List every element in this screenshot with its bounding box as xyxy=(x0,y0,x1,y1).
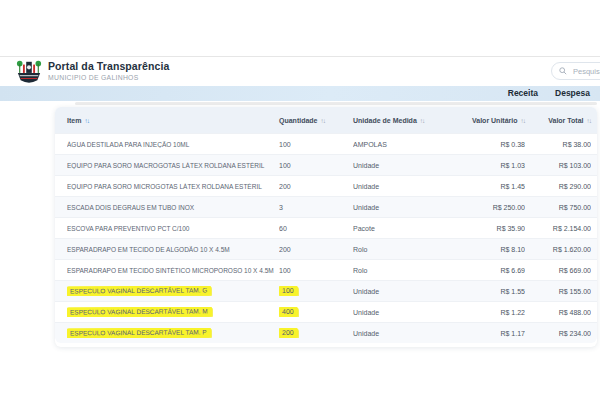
cell-valor-total: R$ 290.00 xyxy=(525,183,591,190)
horizontal-scrollbar[interactable] xyxy=(75,102,597,105)
page-subtitle: MUNICIPIO DE GALINHOS xyxy=(48,74,169,81)
cell-quantidade: 200 xyxy=(279,328,353,338)
cell-unidade: Unidade xyxy=(353,309,439,316)
cell-item: ESCOVA PARA PREVENTIVO PCT C/100 xyxy=(67,225,279,232)
sort-icon-unidade: ↑↓ xyxy=(420,117,425,124)
cell-valor-unitario: R$ 1.45 xyxy=(439,183,525,190)
cell-valor-unitario: R$ 250.00 xyxy=(439,204,525,211)
cell-valor-unitario: R$ 0.38 xyxy=(439,141,525,148)
table-row: ESCOVA PARA PREVENTIVO PCT C/100 60 Paco… xyxy=(55,217,597,238)
cell-item: EQUIPO PARA SORO MICROGOTAS LÁTEX ROLDAN… xyxy=(67,183,279,190)
cell-valor-total: R$ 234.00 xyxy=(525,330,591,337)
search-box[interactable] xyxy=(551,62,600,80)
cell-quantidade: 100 xyxy=(279,162,353,169)
cell-valor-unitario: R$ 6.69 xyxy=(439,267,525,274)
cell-valor-total: R$ 669.00 xyxy=(525,267,591,274)
cell-valor-total: R$ 155.00 xyxy=(525,288,591,295)
app-header: Portal da Transparência MUNICIPIO DE GAL… xyxy=(0,56,600,87)
table-body: ÁGUA DESTILADA PARA INJEÇÃO 10ML 100 AMP… xyxy=(55,133,597,343)
cell-item: EQUIPO PARA SORO MACROGOTAS LÁTEX ROLDAN… xyxy=(67,162,279,169)
cell-item: ESCADA DOIS DEGRAUS EM TUBO INOX xyxy=(67,204,279,211)
cell-quantidade: 200 xyxy=(279,246,353,253)
cell-unidade: Unidade xyxy=(353,330,439,337)
table-row: ESPECULO VAGINAL DESCARTÁVEL TAM. P 200 … xyxy=(55,322,597,343)
table-header-row: Item ↑↓ Quantidade ↑↓ Unidade de Medida … xyxy=(55,107,597,133)
cell-unidade: AMPOLAS xyxy=(353,141,439,148)
cell-valor-unitario: R$ 8.10 xyxy=(439,246,525,253)
cell-item: ESPECULO VAGINAL DESCARTÁVEL TAM. G xyxy=(67,286,279,296)
cell-valor-total: R$ 750.00 xyxy=(525,204,591,211)
column-header-unidade[interactable]: Unidade de Medida ↑↓ xyxy=(353,117,439,124)
cell-quantidade: 100 xyxy=(279,286,353,296)
cell-quantidade: 100 xyxy=(279,141,353,148)
page-title: Portal da Transparência xyxy=(48,60,169,72)
search-icon xyxy=(559,67,567,75)
cell-item: ESPARADRAPO EM TECIDO DE ALGODÃO 10 X 4.… xyxy=(67,246,279,253)
table-row: ESPECULO VAGINAL DESCARTÁVEL TAM. G 100 … xyxy=(55,280,597,301)
table-row: ÁGUA DESTILADA PARA INJEÇÃO 10ML 100 AMP… xyxy=(55,133,597,154)
cell-valor-total: R$ 103.00 xyxy=(525,162,591,169)
search-input[interactable] xyxy=(571,66,600,77)
column-header-quantidade[interactable]: Quantidade ↑↓ xyxy=(279,117,353,124)
column-header-item[interactable]: Item ↑↓ xyxy=(67,117,279,124)
cell-quantidade: 60 xyxy=(279,225,353,232)
cell-unidade: Rolo xyxy=(353,246,439,253)
cell-quantidade: 100 xyxy=(279,267,353,274)
cell-valor-total: R$ 38.00 xyxy=(525,141,591,148)
column-header-valor-unitario[interactable]: Valor Unitário ↑↓ xyxy=(439,117,525,124)
transparency-portal-page: Portal da Transparência MUNICIPIO DE GAL… xyxy=(0,0,600,400)
items-table-card: Item ↑↓ Quantidade ↑↓ Unidade de Medida … xyxy=(55,107,597,347)
cell-unidade: Unidade xyxy=(353,204,439,211)
cell-item: ESPECULO VAGINAL DESCARTÁVEL TAM. M xyxy=(67,307,279,317)
sort-icon-item: ↑↓ xyxy=(84,117,89,124)
nav-bar: Receita Despesa xyxy=(0,86,600,101)
table-row: EQUIPO PARA SORO MACROGOTAS LÁTEX ROLDAN… xyxy=(55,154,597,175)
municipality-coat-of-arms-icon xyxy=(14,59,44,85)
cell-quantidade: 400 xyxy=(279,307,353,317)
table-row: ESCADA DOIS DEGRAUS EM TUBO INOX 3 Unida… xyxy=(55,196,597,217)
cell-unidade: Rolo xyxy=(353,267,439,274)
cell-item: ESPECULO VAGINAL DESCARTÁVEL TAM. P xyxy=(67,328,279,338)
nav-link-receita[interactable]: Receita xyxy=(508,86,538,101)
cell-quantidade: 200 xyxy=(279,183,353,190)
cell-unidade: Pacote xyxy=(353,225,439,232)
cell-valor-total: R$ 2.154.00 xyxy=(525,225,591,232)
nav-link-despesa[interactable]: Despesa xyxy=(555,86,590,101)
cell-item: ESPARADRAPO EM TECIDO SINTÉTICO MICROPOR… xyxy=(67,267,279,274)
title-block: Portal da Transparência MUNICIPIO DE GAL… xyxy=(48,60,169,81)
table-row: ESPECULO VAGINAL DESCARTÁVEL TAM. M 400 … xyxy=(55,301,597,322)
cell-unidade: Unidade xyxy=(353,288,439,295)
cell-valor-unitario: R$ 1.17 xyxy=(439,330,525,337)
cell-unidade: Unidade xyxy=(353,183,439,190)
sort-icon-quantidade: ↑↓ xyxy=(321,117,326,124)
table-row: ESPARADRAPO EM TECIDO SINTÉTICO MICROPOR… xyxy=(55,259,597,280)
cell-valor-unitario: R$ 1.22 xyxy=(439,309,525,316)
cell-valor-total: R$ 488.00 xyxy=(525,309,591,316)
cell-unidade: Unidade xyxy=(353,162,439,169)
cell-quantidade: 3 xyxy=(279,204,353,211)
column-header-valor-total[interactable]: Valor Total ↑↓ xyxy=(525,117,591,124)
cell-valor-unitario: R$ 1.55 xyxy=(439,288,525,295)
cell-valor-total: R$ 1.620.00 xyxy=(525,246,591,253)
table-row: ESPARADRAPO EM TECIDO DE ALGODÃO 10 X 4.… xyxy=(55,238,597,259)
cell-valor-unitario: R$ 1.03 xyxy=(439,162,525,169)
table-row: EQUIPO PARA SORO MICROGOTAS LÁTEX ROLDAN… xyxy=(55,175,597,196)
sort-icon-valor-total: ↑↓ xyxy=(587,117,592,124)
cell-valor-unitario: R$ 35.90 xyxy=(439,225,525,232)
cell-item: ÁGUA DESTILADA PARA INJEÇÃO 10ML xyxy=(67,141,279,148)
